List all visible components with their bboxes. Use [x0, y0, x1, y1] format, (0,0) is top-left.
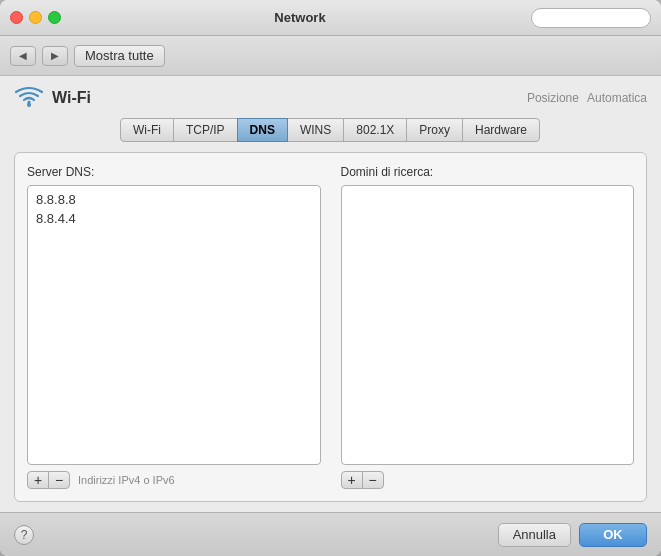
titlebar: Network	[0, 0, 661, 36]
server-dns-column: Server DNS: 8.8.8.8 8.8.4.4 + − Indirizz…	[27, 165, 321, 489]
domains-label: Domini di ricerca:	[341, 165, 635, 179]
remove-domain-button[interactable]: −	[362, 471, 384, 489]
dns-panel: Server DNS: 8.8.8.8 8.8.4.4 + − Indirizz…	[14, 152, 647, 502]
search-input[interactable]	[531, 8, 651, 28]
tab-wins[interactable]: WINS	[287, 118, 344, 142]
tab-tcpip[interactable]: TCP/IP	[173, 118, 238, 142]
bottom-bar: ? Annulla OK	[0, 512, 661, 556]
cancel-button[interactable]: Annulla	[498, 523, 571, 547]
search-domains-column: Domini di ricerca: + −	[341, 165, 635, 489]
list-item: 8.8.4.4	[28, 209, 320, 228]
minimize-button[interactable]	[29, 11, 42, 24]
traffic-lights	[10, 11, 61, 24]
domains-controls: + −	[341, 471, 635, 489]
add-server-button[interactable]: +	[27, 471, 49, 489]
tab-8021x[interactable]: 802.1X	[343, 118, 407, 142]
server-dns-label: Server DNS:	[27, 165, 321, 179]
wifi-icon	[14, 86, 44, 110]
tab-hardware[interactable]: Hardware	[462, 118, 540, 142]
help-button[interactable]: ?	[14, 525, 34, 545]
domains-list[interactable]	[341, 185, 635, 465]
window: Network ◀ ▶ Mostra tutte Wi-Fi Pos	[0, 0, 661, 556]
server-dns-controls: + − Indirizzi IPv4 o IPv6	[27, 471, 321, 489]
tab-wifi[interactable]: Wi-Fi	[120, 118, 174, 142]
toolbar: ◀ ▶ Mostra tutte	[0, 36, 661, 76]
remove-server-button[interactable]: −	[48, 471, 70, 489]
server-hint: Indirizzi IPv4 o IPv6	[78, 474, 175, 486]
position-label: Posizione	[527, 91, 579, 105]
ok-button[interactable]: OK	[579, 523, 647, 547]
list-item: 8.8.8.8	[28, 190, 320, 209]
forward-button[interactable]: ▶	[42, 46, 68, 66]
tab-proxy[interactable]: Proxy	[406, 118, 463, 142]
position-value: Automatica	[587, 91, 647, 105]
server-dns-list[interactable]: 8.8.8.8 8.8.4.4	[27, 185, 321, 465]
window-title: Network	[69, 10, 531, 25]
wifi-label: Wi-Fi	[52, 89, 91, 107]
svg-point-0	[27, 103, 31, 107]
columns: Server DNS: 8.8.8.8 8.8.4.4 + − Indirizz…	[27, 165, 634, 489]
action-buttons: Annulla OK	[498, 523, 647, 547]
tab-dns[interactable]: DNS	[237, 118, 288, 142]
add-domain-button[interactable]: +	[341, 471, 363, 489]
maximize-button[interactable]	[48, 11, 61, 24]
back-button[interactable]: ◀	[10, 46, 36, 66]
titlebar-right	[531, 8, 651, 28]
content-area: Wi-Fi Posizione Automatica Wi-Fi TCP/IP …	[0, 76, 661, 512]
show-all-button[interactable]: Mostra tutte	[74, 45, 165, 67]
tabs-row: Wi-Fi TCP/IP DNS WINS 802.1X Proxy Hardw…	[14, 118, 647, 142]
close-button[interactable]	[10, 11, 23, 24]
wifi-header: Wi-Fi Posizione Automatica	[14, 86, 647, 110]
